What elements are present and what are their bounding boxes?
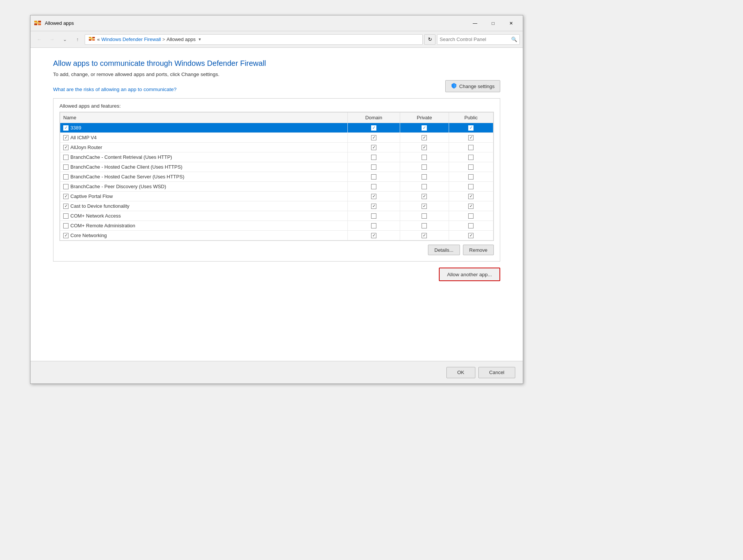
public-cell[interactable] — [449, 133, 493, 143]
breadcrumb-parent[interactable]: Windows Defender Firewall — [101, 37, 161, 42]
domain-cell[interactable] — [347, 201, 400, 211]
domain-cell[interactable] — [347, 182, 400, 192]
app-enable-checkbox[interactable] — [63, 223, 69, 228]
public-checkbox[interactable] — [468, 204, 474, 209]
app-enable-checkbox[interactable] — [63, 194, 69, 199]
private-cell[interactable] — [400, 162, 449, 172]
private-cell[interactable] — [400, 182, 449, 192]
private-checkbox[interactable] — [422, 184, 427, 189]
table-row[interactable]: All ICMP V4 — [60, 133, 493, 143]
remove-button[interactable]: Remove — [463, 245, 494, 255]
risk-link[interactable]: What are the risks of allowing an app to… — [53, 87, 177, 92]
public-cell[interactable] — [449, 201, 493, 211]
table-row[interactable]: BranchCache - Peer Discovery (Uses WSD) — [60, 182, 493, 192]
recent-button[interactable]: ⌄ — [59, 34, 70, 45]
domain-cell[interactable] — [347, 231, 400, 240]
public-cell[interactable] — [449, 192, 493, 201]
domain-checkbox[interactable] — [371, 145, 376, 150]
refresh-button[interactable]: ↻ — [424, 34, 435, 45]
private-cell[interactable] — [400, 133, 449, 143]
private-checkbox[interactable] — [422, 223, 427, 228]
private-checkbox[interactable] — [422, 164, 427, 170]
domain-cell[interactable] — [347, 133, 400, 143]
public-cell[interactable] — [449, 123, 493, 133]
domain-cell[interactable] — [347, 172, 400, 182]
change-settings-button[interactable]: Change settings — [445, 80, 500, 92]
table-row[interactable]: BranchCache - Hosted Cache Server (Uses … — [60, 172, 493, 182]
domain-checkbox[interactable] — [371, 135, 376, 140]
app-enable-checkbox[interactable] — [63, 125, 69, 131]
public-checkbox[interactable] — [468, 145, 474, 150]
app-enable-checkbox[interactable] — [63, 184, 69, 189]
domain-checkbox[interactable] — [371, 194, 376, 199]
app-enable-checkbox[interactable] — [63, 135, 69, 140]
maximize-button[interactable]: □ — [484, 17, 502, 29]
forward-button[interactable]: → — [46, 34, 58, 45]
private-cell[interactable] — [400, 231, 449, 240]
app-enable-checkbox[interactable] — [63, 213, 69, 219]
private-checkbox[interactable] — [422, 213, 427, 219]
table-row[interactable]: Captive Portal Flow — [60, 192, 493, 201]
app-enable-checkbox[interactable] — [63, 155, 69, 160]
public-checkbox[interactable] — [468, 213, 474, 219]
allow-another-button[interactable]: Allow another app... — [439, 268, 500, 281]
table-row[interactable]: COM+ Remote Administration — [60, 221, 493, 231]
public-checkbox[interactable] — [468, 194, 474, 199]
private-checkbox[interactable] — [422, 155, 427, 160]
domain-cell[interactable] — [347, 192, 400, 201]
domain-checkbox[interactable] — [371, 184, 376, 189]
table-row[interactable]: BranchCache - Content Retrieval (Uses HT… — [60, 152, 493, 162]
domain-cell[interactable] — [347, 152, 400, 162]
app-enable-checkbox[interactable] — [63, 164, 69, 170]
public-cell[interactable] — [449, 221, 493, 231]
public-cell[interactable] — [449, 152, 493, 162]
public-checkbox[interactable] — [468, 174, 474, 180]
public-cell[interactable] — [449, 182, 493, 192]
public-checkbox[interactable] — [468, 223, 474, 228]
minimize-button[interactable]: — — [466, 17, 484, 29]
private-checkbox[interactable] — [422, 135, 427, 140]
public-cell[interactable] — [449, 211, 493, 221]
private-cell[interactable] — [400, 152, 449, 162]
private-checkbox[interactable] — [422, 125, 427, 131]
public-checkbox[interactable] — [468, 125, 474, 131]
table-row[interactable]: BranchCache - Hosted Cache Client (Uses … — [60, 162, 493, 172]
domain-checkbox[interactable] — [371, 174, 376, 180]
private-checkbox[interactable] — [422, 233, 427, 238]
close-button[interactable]: ✕ — [502, 17, 520, 29]
public-cell[interactable] — [449, 143, 493, 152]
domain-cell[interactable] — [347, 221, 400, 231]
table-row[interactable]: COM+ Network Access — [60, 211, 493, 221]
details-button[interactable]: Details... — [428, 245, 460, 255]
private-cell[interactable] — [400, 211, 449, 221]
domain-cell[interactable] — [347, 123, 400, 133]
app-enable-checkbox[interactable] — [63, 174, 69, 180]
private-cell[interactable] — [400, 201, 449, 211]
public-checkbox[interactable] — [468, 164, 474, 170]
public-cell[interactable] — [449, 162, 493, 172]
table-row[interactable]: 3389 — [60, 123, 493, 133]
domain-cell[interactable] — [347, 162, 400, 172]
private-checkbox[interactable] — [422, 204, 427, 209]
app-enable-checkbox[interactable] — [63, 145, 69, 150]
private-checkbox[interactable] — [422, 194, 427, 199]
app-enable-checkbox[interactable] — [63, 233, 69, 238]
domain-cell[interactable] — [347, 143, 400, 152]
cancel-button[interactable]: Cancel — [478, 367, 515, 378]
ok-button[interactable]: OK — [446, 367, 475, 378]
private-cell[interactable] — [400, 221, 449, 231]
domain-checkbox[interactable] — [371, 125, 376, 131]
public-checkbox[interactable] — [468, 233, 474, 238]
app-enable-checkbox[interactable] — [63, 204, 69, 209]
table-row[interactable]: AllJoyn Router — [60, 143, 493, 152]
public-checkbox[interactable] — [468, 184, 474, 189]
private-cell[interactable] — [400, 143, 449, 152]
table-row[interactable]: Core Networking — [60, 231, 493, 240]
table-row[interactable]: Cast to Device functionality — [60, 201, 493, 211]
domain-checkbox[interactable] — [371, 204, 376, 209]
back-button[interactable]: ← — [33, 34, 45, 45]
domain-checkbox[interactable] — [371, 213, 376, 219]
domain-checkbox[interactable] — [371, 155, 376, 160]
search-input[interactable] — [440, 37, 510, 42]
public-cell[interactable] — [449, 172, 493, 182]
